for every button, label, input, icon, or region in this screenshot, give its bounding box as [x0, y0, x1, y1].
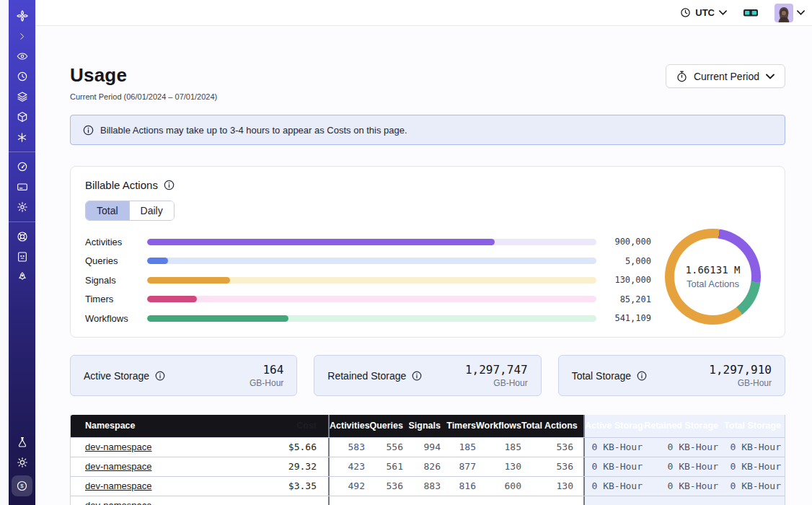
cell-workflows: 130	[476, 457, 521, 476]
billable-actions-title: Billable Actions	[85, 179, 158, 191]
column-header-total-storage[interactable]: Total Storage	[720, 415, 785, 437]
column-header-signals[interactable]: Signals	[403, 415, 441, 437]
temporal-logo-icon[interactable]	[11, 8, 33, 24]
column-header-activities[interactable]: Activities	[328, 415, 365, 437]
column-header-retained-storage[interactable]: Retained Storage	[644, 415, 720, 437]
storage-label-text: Active Storage	[84, 370, 149, 382]
bar-label: Queries	[85, 255, 147, 266]
info-icon[interactable]	[637, 371, 647, 381]
tab-total[interactable]: Total	[86, 201, 129, 220]
asterisk-icon[interactable]	[11, 129, 33, 145]
page-subtitle: Current Period (06/01/2024 – 07/01/2024)	[70, 92, 217, 101]
gauge-icon[interactable]	[11, 159, 33, 175]
cell-timers	[441, 496, 476, 505]
timezone-selector[interactable]: UTC	[680, 7, 727, 18]
bar-label: Timers	[85, 294, 147, 304]
avatar	[775, 4, 793, 22]
bar-track	[147, 277, 596, 284]
info-icon[interactable]	[155, 371, 165, 381]
storage-card-value-block: 164GB-Hour	[250, 363, 283, 388]
gear-icon[interactable]	[11, 199, 33, 215]
rocket-icon[interactable]	[11, 269, 33, 285]
storage-card-value: 1,297,747	[465, 363, 528, 377]
namespace-link[interactable]: dev-namespace	[85, 500, 152, 505]
column-header-total-actions[interactable]: Total Actions	[521, 415, 583, 437]
credit-card-icon[interactable]	[11, 179, 33, 195]
bar-row-timers: Timers85,201	[85, 290, 651, 309]
bar-fill	[147, 296, 197, 302]
dollar-coin-icon: $	[16, 480, 28, 492]
bar-fill	[147, 277, 230, 284]
bar-value: 541,109	[596, 313, 651, 323]
cell-retained_storage	[644, 496, 720, 505]
storage-card-total-storage: Total Storage1,297,910GB-Hour	[558, 355, 785, 396]
tab-daily[interactable]: Daily	[129, 201, 174, 220]
namespace-link[interactable]: dev-namespace	[85, 442, 152, 452]
chevron-down-icon	[719, 9, 727, 17]
namespace-usage-table: NamespaceCostActivitiesQueriesSignalsTim…	[70, 415, 785, 505]
cell-cost: $3.35	[244, 477, 328, 496]
account-menu[interactable]	[775, 4, 805, 22]
table-row: dev-namespace$3.354925368838166001300 KB…	[71, 476, 785, 496]
column-header-timers[interactable]: Timers	[441, 415, 476, 437]
sun-icon[interactable]	[11, 454, 33, 470]
clock-icon	[680, 7, 691, 18]
column-header-namespace[interactable]: Namespace	[71, 415, 244, 437]
main-content: Usage Current Period (06/01/2024 – 07/01…	[35, 26, 812, 505]
glasses-button[interactable]	[743, 7, 759, 18]
docs-tablet-icon[interactable]	[11, 249, 33, 265]
info-icon[interactable]	[412, 371, 422, 381]
sidebar: $	[9, 0, 35, 505]
info-icon[interactable]	[164, 180, 175, 190]
donut-total-value: 1.66131 M	[686, 264, 741, 276]
storage-card-active-storage: Active Storage164GB-Hour	[70, 355, 297, 396]
flask-icon[interactable]	[11, 434, 33, 450]
layers-icon[interactable]	[11, 89, 33, 105]
bar-fill	[147, 258, 168, 264]
collapse-chevron-icon[interactable]	[11, 28, 33, 44]
bar-value: 85,201	[596, 294, 651, 304]
banner-text: Billable Actions may take up to 3-4 hour…	[100, 125, 407, 136]
sidebar-divider	[9, 152, 35, 152]
cell-namespace: dev-namespace	[71, 477, 244, 496]
dollar-coin-button[interactable]: $	[12, 475, 32, 496]
column-header-cost[interactable]: Cost	[244, 415, 328, 437]
cube-icon[interactable]	[11, 109, 33, 125]
bar-track	[147, 315, 596, 322]
column-header-queries[interactable]: Queries	[365, 415, 403, 437]
cell-total_storage	[720, 496, 785, 505]
bar-label: Workflows	[85, 313, 147, 324]
period-selector-button[interactable]: Current Period	[666, 64, 785, 88]
cell-cost: $5.66	[244, 438, 328, 457]
bar-value: 130,000	[596, 275, 651, 285]
cell-retained_storage: 0 KB-Hour	[644, 457, 720, 476]
storage-card-value: 164	[250, 363, 283, 377]
namespace-link[interactable]: dev-namespace	[85, 480, 152, 491]
storage-card-unit: GB-Hour	[709, 378, 772, 388]
storage-card-unit: GB-Hour	[465, 378, 528, 388]
eye-icon[interactable]	[11, 48, 33, 64]
cell-signals: 994	[403, 438, 441, 457]
cell-signals: 883	[403, 477, 441, 496]
namespace-link[interactable]: dev-namespace	[85, 461, 152, 472]
storage-card-value: 1,297,910	[709, 363, 772, 377]
bar-fill	[147, 315, 288, 322]
cell-total_actions	[521, 496, 583, 505]
cell-namespace: dev-namespace	[71, 438, 244, 457]
table-row: dev-namespace29.324235618268771305360 KB…	[71, 457, 785, 476]
stopwatch-icon	[676, 71, 687, 82]
cell-active_storage: 0 KB-Hour	[583, 438, 644, 457]
bar-track	[147, 296, 596, 302]
bar-track	[147, 258, 596, 264]
chevron-down-icon	[797, 9, 805, 17]
storage-label-text: Total Storage	[572, 370, 632, 382]
lifebuoy-icon[interactable]	[11, 229, 33, 245]
glasses-icon	[743, 7, 759, 18]
cell-timers: 877	[441, 457, 476, 476]
cell-queries	[365, 496, 403, 505]
history-clock-icon[interactable]	[11, 69, 33, 84]
cell-timers: 185	[441, 438, 476, 457]
cell-total_actions: 536	[521, 438, 583, 457]
column-header-workflows[interactable]: Workflows	[476, 415, 521, 437]
column-header-active-storage[interactable]: Active Storage	[583, 415, 644, 437]
